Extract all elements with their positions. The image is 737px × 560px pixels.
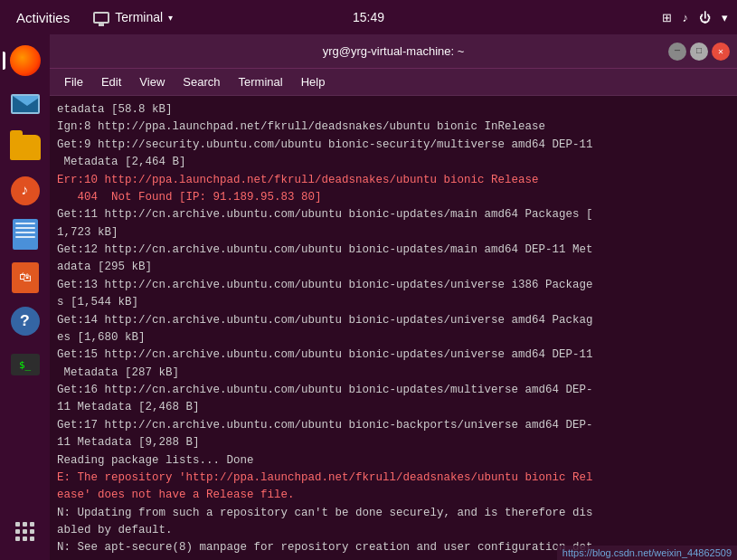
sidebar-item-store[interactable]: 🛍 [6,259,44,297]
line-10: Get:16 http://cn.archive.ubuntu.com/ubun… [57,384,593,413]
text-line-2 [15,227,35,229]
sidebar-item-music[interactable]: ♪ [6,172,44,210]
activities-button[interactable]: Activities [9,6,77,29]
terminal-titlebar: yrg@yrg-virtual-machine: ~ ─ □ ✕ [50,34,737,69]
minimize-button[interactable]: ─ [668,43,686,61]
terminal-window: yrg@yrg-virtual-machine: ~ ─ □ ✕ File Ed… [50,34,737,560]
system-bar: Activities Terminal ▾ 15:49 ⊞ ♪ ⏻ ▾ [0,0,737,34]
terminal-title: yrg@yrg-virtual-machine: ~ [323,44,465,58]
grid-dot-1 [15,522,20,527]
sidebar-item-text-editor[interactable] [6,215,44,253]
menu-file[interactable]: File [57,73,90,90]
terminal-screen-icon [93,12,109,24]
line-4: Err:10 http://ppa.launchpad.net/fkrull/d… [57,174,539,204]
volume-icon[interactable]: ♪ [683,11,689,24]
close-button[interactable]: ✕ [712,43,730,61]
help-icon: ? [11,307,40,336]
line-11: Get:17 http://cn.archive.ubuntu.com/ubun… [57,419,593,449]
line-1: etadata [58.8 kB] [57,103,173,116]
grid-dot-7 [15,536,20,541]
line-12: Reading package lists... Done [57,454,254,467]
files-icon [10,135,41,160]
text-line-4 [15,236,35,238]
terminal-app-icon: $_ [11,354,40,375]
grid-dot-9 [30,536,34,541]
text-line-1 [15,223,35,224]
menu-terminal[interactable]: Terminal [231,73,290,90]
tray-arrow-icon: ▾ [722,11,728,24]
music-icon: ♪ [11,176,40,205]
grid-dot-6 [30,529,34,534]
app-grid-icon [15,522,35,542]
system-time: 15:49 [353,10,384,24]
dropdown-arrow-icon: ▾ [168,13,173,23]
grid-dot-8 [23,536,27,541]
menu-edit[interactable]: Edit [94,73,128,90]
terminal-controls: ─ □ ✕ [668,43,730,61]
sidebar-item-help[interactable]: ? [6,302,44,340]
line-8: Get:14 http://cn.archive.ubuntu.com/ubun… [57,314,593,344]
terminal-menubar: File Edit View Search Terminal Help [50,69,737,96]
grid-dot-4 [15,529,20,534]
grid-dot-2 [23,522,27,527]
line-7: Get:13 http://cn.archive.ubuntu.com/ubun… [57,279,593,308]
system-tray: ⊞ ♪ ⏻ ▾ [662,11,729,24]
grid-dot-5 [23,529,27,534]
firefox-icon [10,45,41,76]
line-2: Ign:8 http://ppa.launchpad.net/fkrull/de… [57,120,545,133]
sidebar-bottom [6,513,44,551]
line-3: Get:9 http://security.ubuntu.com/ubuntu … [57,138,593,168]
terminal-indicator-label: Terminal [115,10,163,24]
menu-search[interactable]: Search [175,73,227,90]
terminal-content[interactable]: etadata [58.8 kB] Ign:8 http://ppa.launc… [50,96,737,560]
sidebar-item-firefox[interactable] [6,42,44,80]
store-icon: 🛍 [12,262,39,293]
network-icon[interactable]: ⊞ [662,11,672,24]
line-9: Get:15 http://cn.archive.ubuntu.com/ubun… [57,348,593,378]
sidebar-item-files[interactable] [6,128,44,166]
mail-icon [11,94,40,114]
text-editor-icon [13,219,38,250]
sidebar-item-mail[interactable] [6,85,44,123]
maximize-button[interactable]: □ [690,43,708,61]
sidebar-item-terminal[interactable]: $_ [6,346,44,384]
terminal-indicator[interactable]: Terminal ▾ [86,6,180,28]
line-6: Get:12 http://cn.archive.ubuntu.com/ubun… [57,243,593,273]
grid-dot-3 [30,522,34,527]
line-14: N: Updating from such a repository can't… [57,507,593,536]
application-sidebar: ♪ 🛍 ? $_ [0,34,50,560]
menu-view[interactable]: View [132,73,172,90]
line-5: Get:11 http://cn.archive.ubuntu.com/ubun… [57,208,593,238]
text-line-3 [15,232,35,233]
sidebar-item-app-grid[interactable] [6,513,44,551]
url-bar: https://blog.csdn.net/weixin_44862509 [557,546,737,560]
line-13: E: The repository 'http://ppa.launchpad.… [57,471,593,501]
line-15: N: See apt-secure(8) manpage for reposit… [57,541,593,560]
menu-help[interactable]: Help [294,73,333,90]
power-icon[interactable]: ⏻ [699,11,711,24]
